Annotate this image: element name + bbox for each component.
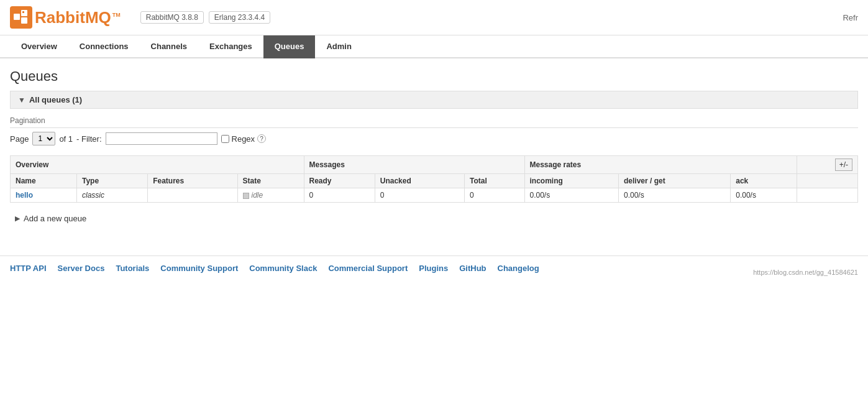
col-name-header: Name [11, 174, 77, 188]
col-ready-header: Ready [304, 174, 375, 188]
footer-link-plugins[interactable]: Plugins [419, 264, 448, 276]
page-label: Page [10, 134, 29, 144]
col-extra-header [797, 174, 858, 188]
group-overview-header: Overview [11, 156, 304, 174]
svg-rect-3 [22, 11, 24, 13]
logo-mq: MQ [85, 8, 111, 27]
col-type-header: Type [77, 174, 148, 188]
section-title: All queues (1) [29, 95, 82, 104]
svg-rect-2 [21, 17, 27, 24]
regex-checkbox[interactable] [221, 135, 229, 143]
filter-dash-label: - Filter: [76, 134, 101, 144]
rabbitmq-version-badge: RabbitMQ 3.8.8 [140, 11, 204, 24]
queues-table: Overview Messages Message rates +/- Name… [10, 155, 858, 203]
col-unacked-header: Unacked [375, 174, 464, 188]
queue-name-link[interactable]: hello [16, 191, 33, 200]
all-queues-section-header[interactable]: ▼ All queues (1) [10, 91, 858, 109]
svg-rect-1 [21, 10, 27, 16]
table-row: hello classic idle 0 0 0 0.00/s 0.00/s 0… [11, 188, 858, 203]
col-deliver-get-header: deliver / get [618, 174, 730, 188]
group-message-rates-header: Message rates [524, 156, 797, 174]
svg-rect-0 [14, 14, 20, 20]
footer-link-community-support[interactable]: Community Support [160, 264, 238, 276]
cell-deliver-get: 0.00/s [618, 188, 730, 203]
footer-link-github[interactable]: GitHub [459, 264, 486, 276]
pagination-label: Pagination [10, 116, 858, 128]
section-arrow-icon: ▼ [18, 96, 25, 104]
rabbitmq-logo-icon [10, 6, 32, 29]
nav-item-admin[interactable]: Admin [315, 35, 362, 58]
of-label: of 1 [59, 134, 73, 144]
nav-item-channels[interactable]: Channels [140, 35, 199, 58]
nav-item-exchanges[interactable]: Exchanges [198, 35, 263, 58]
cell-type: classic [77, 188, 148, 203]
header: RabbitMQTM RabbitMQ 3.8.8 Erlang 23.3.4.… [0, 0, 868, 35]
cell-state: idle [237, 188, 304, 203]
logo-text: RabbitMQTM [35, 8, 121, 27]
nav-item-connections[interactable]: Connections [68, 35, 140, 58]
logo-tm: TM [112, 12, 121, 18]
cell-features [148, 188, 237, 203]
erlang-version-badge: Erlang 23.3.4.4 [209, 11, 270, 24]
col-features-header: Features [148, 174, 237, 188]
nav-item-queues[interactable]: Queues [263, 35, 316, 58]
footer-link-tutorials[interactable]: Tutorials [116, 264, 149, 276]
cell-ack: 0.00/s [731, 188, 797, 203]
footer-url: https://blog.csdn.net/gg_41584621 [550, 269, 858, 276]
cell-name: hello [11, 188, 77, 203]
cell-total: 0 [465, 188, 524, 203]
col-ack-header: ack [731, 174, 797, 188]
filter-input[interactable] [106, 132, 217, 145]
col-total-header: Total [465, 174, 524, 188]
regex-checkbox-group: Regex ? [221, 134, 267, 144]
cell-extra [797, 188, 858, 203]
group-messages-header: Messages [304, 156, 524, 174]
main-content: Queues ▼ All queues (1) Pagination Page … [0, 58, 868, 237]
nav-item-overview[interactable]: Overview [10, 35, 68, 58]
refresh-link[interactable]: Refr [843, 13, 858, 22]
add-queue-arrow-icon: ▶ [15, 214, 20, 223]
regex-help-icon[interactable]: ? [257, 134, 266, 143]
footer-link-http-api[interactable]: HTTP API [10, 264, 47, 276]
regex-label: Regex [232, 134, 255, 144]
pagination-row: Page 1 of 1 - Filter: Regex ? [10, 132, 858, 145]
plus-minus-button[interactable]: +/- [835, 159, 852, 171]
footer-link-community-slack[interactable]: Community Slack [249, 264, 317, 276]
cell-incoming: 0.00/s [524, 188, 618, 203]
col-incoming-header: incoming [524, 174, 618, 188]
footer-link-changelog[interactable]: Changelog [498, 264, 539, 276]
footer-link-server-docs[interactable]: Server Docs [58, 264, 105, 276]
plus-minus-cell: +/- [797, 156, 858, 174]
col-state-header: State [237, 174, 304, 188]
footer: HTTP APIServer DocsTutorialsCommunity Su… [0, 256, 868, 283]
logo: RabbitMQTM [10, 6, 121, 29]
state-square-icon [243, 193, 249, 199]
cell-unacked: 0 [375, 188, 464, 203]
cell-ready: 0 [304, 188, 375, 203]
add-queue-label: Add a new queue [24, 214, 86, 223]
add-queue-row[interactable]: ▶ Add a new queue [10, 210, 858, 227]
logo-rabbit: Rabbit [35, 8, 85, 27]
state-value: idle [252, 191, 263, 200]
page-title: Queues [10, 68, 858, 85]
footer-link-commercial-support[interactable]: Commercial Support [328, 264, 408, 276]
main-nav: OverviewConnectionsChannelsExchangesQueu… [0, 35, 868, 58]
page-select[interactable]: 1 [32, 132, 55, 145]
version-badges: RabbitMQ 3.8.8 Erlang 23.3.4.4 [140, 11, 270, 24]
